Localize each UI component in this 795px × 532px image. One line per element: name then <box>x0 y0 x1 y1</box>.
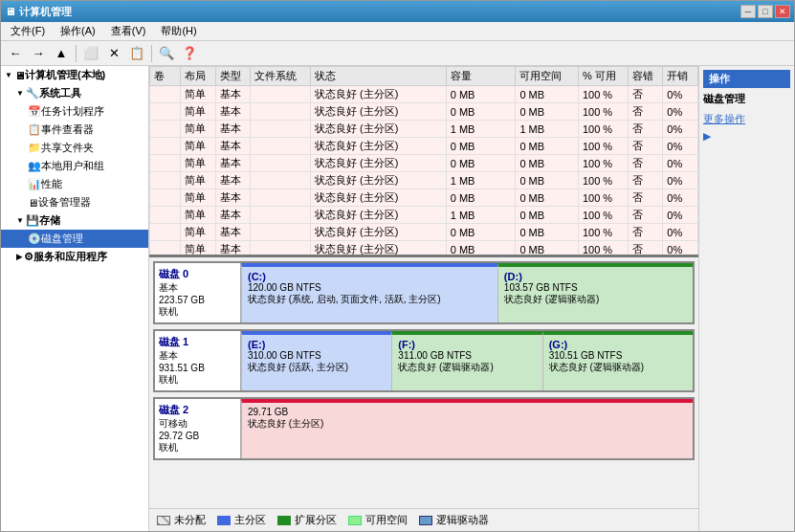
users-icon: 👥 <box>28 160 41 172</box>
device-icon: 🖥 <box>28 197 38 209</box>
sidebar-item-event-viewer[interactable]: 📋 事件查看器 <box>1 121 148 139</box>
sidebar-item-computer-mgmt[interactable]: ▼ 🖥 计算机管理(本地) <box>1 66 148 84</box>
disk-partition[interactable]: (E:) 310.00 GB NTFS 状态良好 (活跃, 主分区) <box>241 331 391 390</box>
sidebar-item-local-users[interactable]: 👥 本地用户和组 <box>1 157 148 175</box>
table-cell: 0 MB <box>446 155 516 172</box>
computer-icon: 🖥 <box>5 6 15 17</box>
menu-file[interactable]: 文件(F) <box>3 22 53 40</box>
sidebar-item-services[interactable]: ▶ ⚙ 服务和应用程序 <box>1 248 148 266</box>
sidebar-label-system-tools: 系统工具 <box>39 86 81 100</box>
menu-view[interactable]: 查看(V) <box>103 22 154 40</box>
table-row[interactable]: 简单基本状态良好 (主分区)1 MB1 MB100 %否0% <box>150 121 698 138</box>
sidebar-item-shared-folders[interactable]: 📁 共享文件夹 <box>1 139 148 157</box>
table-cell <box>251 172 311 189</box>
menu-help[interactable]: 帮助(H) <box>153 22 204 40</box>
table-cell <box>251 103 311 121</box>
legend-logical-color <box>419 516 432 525</box>
table-cell: 0 MB <box>516 138 579 155</box>
disk-row-container: 磁盘 2 可移动 29.72 GB 联机29.71 GB 状态良好 (主分区) <box>153 397 695 460</box>
properties-button[interactable]: 📋 <box>126 43 147 64</box>
table-cell <box>150 172 181 189</box>
table-cell: 0 MB <box>446 103 516 121</box>
disk-info: 磁盘 1 基本 931.51 GB 联机 <box>155 331 241 390</box>
perf-icon: 📊 <box>28 178 41 190</box>
close-button[interactable]: ✕ <box>775 5 790 18</box>
up-button[interactable]: ▲ <box>51 43 72 64</box>
table-cell: 基本 <box>215 103 251 121</box>
sidebar-item-performance[interactable]: 📊 性能 <box>1 175 148 193</box>
col-status[interactable]: 状态 <box>311 67 447 86</box>
table-cell: 0 MB <box>516 86 579 103</box>
table-cell: 基本 <box>215 189 251 207</box>
table-cell: 0 MB <box>516 103 579 121</box>
disk-partition[interactable]: (F:) 311.00 GB NTFS 状态良好 (逻辑驱动器) <box>391 331 541 390</box>
sidebar-item-system-tools[interactable]: ▼ 🔧 系统工具 <box>1 84 148 102</box>
table-cell <box>150 138 181 155</box>
show-hide-button[interactable]: ⬜ <box>80 43 101 64</box>
sidebar-item-storage[interactable]: ▼ 💾 存储 <box>1 211 148 230</box>
table-cell: 状态良好 (主分区) <box>311 155 447 172</box>
col-type[interactable]: 类型 <box>215 67 251 86</box>
table-cell: 简单 <box>181 155 216 172</box>
col-vol[interactable]: 卷 <box>150 67 181 86</box>
table-cell: 0% <box>663 155 698 172</box>
table-row[interactable]: 简单基本状态良好 (主分区)0 MB0 MB100 %否0% <box>150 138 698 155</box>
main-content: ▼ 🖥 计算机管理(本地) ▼ 🔧 系统工具 📅 任务计划程序 📋 事件查看器 … <box>1 66 794 531</box>
table-row[interactable]: 简单基本状态良好 (主分区)0 MB0 MB100 %否0% <box>150 189 698 207</box>
table-cell: 否 <box>628 207 663 224</box>
delete-button[interactable]: ✕ <box>103 43 124 64</box>
legend-logical-label: 逻辑驱动器 <box>436 513 489 527</box>
disk-partition[interactable]: (G:) 310.51 GB NTFS 状态良好 (逻辑驱动器) <box>542 331 693 390</box>
ops-more-actions[interactable]: 更多操作 <box>703 110 790 128</box>
back-button[interactable]: ← <box>5 43 26 64</box>
legend-logical: 逻辑驱动器 <box>419 513 489 527</box>
col-fault[interactable]: 容错 <box>628 67 663 86</box>
toolbar-separator-1 <box>76 45 77 62</box>
menu-action[interactable]: 操作(A) <box>53 22 103 40</box>
table-row[interactable]: 简单基本状态良好 (主分区)1 MB0 MB100 %否0% <box>150 172 698 189</box>
table-cell: 100 % <box>578 86 628 103</box>
table-cell <box>150 241 181 258</box>
table-row[interactable]: 简单基本状态良好 (主分区)0 MB0 MB100 %否0% <box>150 241 698 258</box>
table-cell: 0 MB <box>446 138 516 155</box>
col-overhead[interactable]: 开销 <box>663 67 698 86</box>
legend-unallocated-color <box>157 516 170 525</box>
table-cell <box>150 155 181 172</box>
sidebar-label-task-scheduler: 任务计划程序 <box>41 104 104 119</box>
table-row[interactable]: 简单基本状态良好 (主分区)0 MB0 MB100 %否0% <box>150 155 698 172</box>
table-cell: 否 <box>628 189 663 207</box>
disk-partition[interactable]: 29.71 GB 状态良好 (主分区) <box>241 399 693 458</box>
col-cap[interactable]: 容量 <box>446 67 516 86</box>
table-row[interactable]: 简单基本状态良好 (主分区)0 MB0 MB100 %否0% <box>150 86 698 103</box>
disk-partition[interactable]: (D:) 103.57 GB NTFS 状态良好 (逻辑驱动器) <box>497 263 693 322</box>
forward-button[interactable]: → <box>28 43 49 64</box>
table-cell: 否 <box>628 172 663 189</box>
help-button[interactable]: ❓ <box>179 43 200 64</box>
disk-partition[interactable]: (C:) 120.00 GB NTFS 状态良好 (系统, 启动, 页面文件, … <box>241 263 497 322</box>
table-cell <box>251 241 311 258</box>
legend-unallocated: 未分配 <box>157 513 206 527</box>
table-row[interactable]: 简单基本状态良好 (主分区)0 MB0 MB100 %否0% <box>150 103 698 121</box>
legend-primary-color <box>217 516 231 525</box>
title-bar: 🖥 计算机管理 ─ □ ✕ <box>1 1 794 22</box>
table-row[interactable]: 简单基本状态良好 (主分区)1 MB0 MB100 %否0% <box>150 207 698 224</box>
legend-free-color <box>348 516 362 525</box>
maximize-button[interactable]: □ <box>758 5 773 18</box>
table-cell: 0 MB <box>446 224 516 241</box>
col-fs[interactable]: 文件系统 <box>251 67 311 86</box>
col-free[interactable]: 可用空间 <box>516 67 579 86</box>
sidebar-item-disk-mgmt[interactable]: 💿 磁盘管理 <box>1 230 148 248</box>
search-button[interactable]: 🔍 <box>156 43 177 64</box>
col-layout[interactable]: 布局 <box>181 67 216 86</box>
sidebar-item-device-mgr[interactable]: 🖥 设备管理器 <box>1 193 148 211</box>
computer-icon-sidebar: 🖥 <box>14 70 25 81</box>
col-pct[interactable]: % 可用 <box>578 67 628 86</box>
sidebar-item-task-scheduler[interactable]: 📅 任务计划程序 <box>1 102 148 121</box>
table-row[interactable]: 简单基本状态良好 (主分区)0 MB0 MB100 %否0% <box>150 224 698 241</box>
table-cell: 简单 <box>181 86 216 103</box>
legend: 未分配 主分区 扩展分区 可用空间 逻辑驱动器 <box>149 508 698 531</box>
minimize-button[interactable]: ─ <box>740 5 756 18</box>
table-cell <box>150 224 181 241</box>
table-cell: 0 MB <box>446 241 516 258</box>
legend-free-label: 可用空间 <box>365 513 408 527</box>
